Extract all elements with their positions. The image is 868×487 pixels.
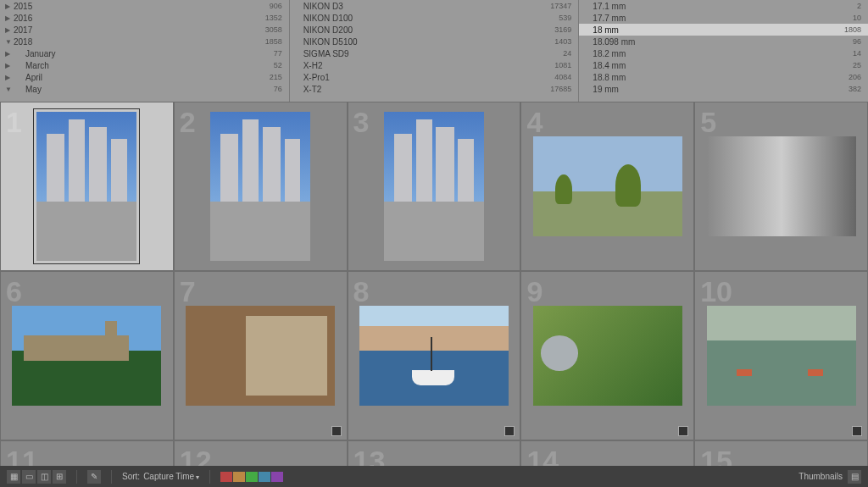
folder-row[interactable]: ▶January77 (0, 47, 289, 59)
cell-index: 9 (526, 275, 542, 308)
focal-row[interactable]: 18 mm1808 (579, 24, 868, 36)
folder-row[interactable]: ▶2015906 (0, 0, 289, 12)
camera-row[interactable]: X-T217685 (290, 83, 579, 95)
panel-camera: NIKON D317347NIKON D100539NIKON D2003169… (290, 0, 580, 102)
thumbnail-cell[interactable]: 5 (694, 102, 868, 271)
folder-row[interactable]: ▶April215 (0, 71, 289, 83)
disclosure-icon[interactable]: ▶ (5, 3, 14, 10)
focal-label: 19 mm (593, 85, 849, 94)
survey-view-icon[interactable]: ⊞ (53, 470, 66, 484)
thumbnail-cell[interactable]: 2 (174, 102, 348, 271)
thumbnail-grid[interactable]: 123456789101112131415 (0, 102, 868, 466)
thumbnail-image[interactable] (36, 112, 136, 261)
thumbnail-image[interactable] (186, 306, 335, 406)
color-labels (220, 472, 283, 482)
folder-count: 906 (270, 2, 282, 10)
folder-row[interactable]: ▶March52 (0, 59, 289, 71)
thumbnail-cell[interactable]: 1 (0, 102, 174, 271)
focal-label: 17.1 mm (593, 2, 857, 11)
focal-row[interactable]: 19 mm382 (579, 83, 868, 95)
disclosure-icon[interactable]: ▼ (5, 38, 14, 46)
disclosure-icon[interactable]: ▼ (5, 86, 14, 93)
folder-count: 52 (274, 61, 282, 69)
focal-label: 18.098 mm (593, 37, 853, 47)
thumbnail-cell[interactable]: 11 (0, 440, 174, 466)
thumbnail-image[interactable] (707, 136, 856, 236)
color-label-swatch[interactable] (220, 472, 232, 482)
focal-row[interactable]: 17.7 mm10 (579, 12, 868, 24)
focal-count: 25 (853, 61, 861, 69)
folder-row[interactable]: ▶20173058 (0, 24, 289, 36)
disclosure-icon[interactable]: ▶ (5, 74, 14, 81)
folder-label: March (14, 61, 274, 70)
thumbnail-cell[interactable]: 4 (520, 102, 694, 271)
focal-row[interactable]: 18.4 mm25 (579, 59, 868, 71)
compare-view-icon[interactable]: ◫ (37, 470, 51, 484)
sort-control[interactable]: Sort: Capture Time (122, 472, 199, 481)
thumbnail-cell[interactable]: 14 (520, 440, 694, 466)
focal-label: 18 mm (593, 25, 844, 35)
camera-row[interactable]: SIGMA SD924 (290, 47, 579, 59)
folder-label: 2016 (14, 14, 265, 23)
camera-count: 1403 (554, 37, 571, 46)
camera-row[interactable]: NIKON D51001403 (290, 36, 579, 47)
thumbnail-cell[interactable]: 12 (174, 440, 348, 466)
folder-count: 77 (274, 49, 282, 58)
folder-row[interactable]: ▶20161352 (0, 12, 289, 24)
folder-row[interactable]: ▼20181858 (0, 36, 289, 47)
camera-row[interactable]: NIKON D2003169 (290, 24, 579, 36)
disclosure-icon[interactable]: ▶ (5, 26, 14, 34)
thumbnail-cell[interactable]: 15 (694, 440, 868, 466)
camera-label: NIKON D5100 (303, 37, 555, 47)
thumbnail-cell[interactable]: 9 (520, 271, 694, 440)
edit-badge-icon (678, 426, 688, 436)
divider (111, 470, 112, 484)
thumbnail-image[interactable] (12, 306, 161, 406)
cell-index: 10 (700, 275, 732, 308)
camera-count: 17685 (550, 85, 571, 93)
painter-icon[interactable]: ✎ (87, 470, 101, 484)
camera-count: 24 (563, 49, 571, 58)
disclosure-icon[interactable]: ▶ (5, 62, 14, 69)
thumbnail-image[interactable] (210, 112, 310, 261)
thumbnail-cell[interactable]: 8 (348, 271, 521, 440)
focal-row[interactable]: 18.8 mm206 (579, 71, 868, 83)
thumbnail-image[interactable] (384, 112, 484, 261)
panel-folders: ▶2015906▶20161352▶20173058▼20181858▶Janu… (0, 0, 290, 102)
color-label-swatch[interactable] (271, 472, 283, 482)
camera-row[interactable]: X-H21081 (290, 59, 579, 71)
thumbnail-cell[interactable]: 13 (348, 440, 521, 466)
thumbnail-cell[interactable]: 10 (694, 271, 868, 440)
thumbnail-size-icon[interactable]: ▤ (848, 470, 861, 484)
thumbnail-cell[interactable]: 7 (174, 271, 348, 440)
folder-count: 76 (274, 85, 282, 93)
grid-view-icon[interactable]: ▦ (7, 470, 20, 484)
thumbnail-image[interactable] (359, 306, 509, 406)
divider (209, 470, 210, 484)
folder-label: 2015 (14, 2, 270, 11)
loupe-view-icon[interactable]: ▭ (22, 470, 36, 484)
color-label-swatch[interactable] (233, 472, 245, 482)
camera-row[interactable]: NIKON D317347 (290, 0, 579, 12)
camera-count: 17347 (550, 2, 571, 10)
sort-dropdown[interactable]: Capture Time (143, 472, 199, 481)
folder-row[interactable]: ▼May76 (0, 83, 289, 95)
color-label-swatch[interactable] (259, 472, 270, 482)
view-mode-group: ▦ ▭ ◫ ⊞ (7, 470, 66, 484)
focal-count: 10 (853, 14, 861, 22)
focal-row[interactable]: 18.2 mm14 (579, 47, 868, 59)
thumbnail-image[interactable] (707, 306, 856, 406)
color-label-swatch[interactable] (246, 472, 258, 482)
thumbnail-cell[interactable]: 3 (348, 102, 521, 271)
disclosure-icon[interactable]: ▶ (5, 14, 14, 22)
focal-row[interactable]: 17.1 mm2 (579, 0, 868, 12)
disclosure-icon[interactable]: ▶ (5, 50, 14, 58)
camera-row[interactable]: NIKON D100539 (290, 12, 579, 24)
camera-row[interactable]: X-Pro14084 (290, 71, 579, 83)
focal-row[interactable]: 18.098 mm96 (579, 36, 868, 47)
thumbnail-image[interactable] (533, 306, 682, 406)
thumbnail-cell[interactable]: 6 (0, 271, 174, 440)
focal-label: 17.7 mm (593, 14, 853, 23)
thumbnail-image[interactable] (533, 136, 682, 236)
cell-index: 1 (6, 106, 22, 139)
